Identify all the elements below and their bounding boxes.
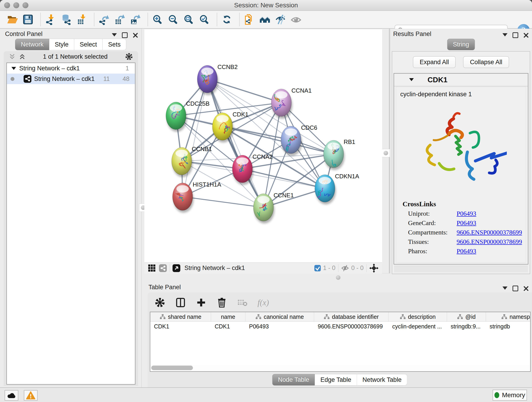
open-session-button[interactable] [6,12,19,27]
detach-view-icon[interactable] [172,264,180,272]
table-settings-button[interactable] [153,295,166,310]
panel-close-icon[interactable] [523,32,529,38]
first-neighbors-button[interactable] [259,12,271,27]
import-network-database-button[interactable] [60,12,72,27]
gene-section-header[interactable]: CDK1 [394,74,528,86]
tab-edge-table[interactable]: Edge Table [315,374,357,385]
results-scrollbar-track[interactable] [394,266,528,272]
table-cell[interactable]: P06493 [245,322,314,331]
splitter-handle[interactable] [334,274,342,281]
network-node-CCNA1[interactable]: CCNA1 [271,87,312,119]
tab-select[interactable]: Select [74,39,103,50]
tab-node-table[interactable]: Node Table [272,374,315,385]
table-cell[interactable]: stringdb [486,322,531,331]
zoom-in-button[interactable] [151,12,164,27]
crosslink-link[interactable]: 9606.ENSP00000378699 [457,229,522,236]
tab-network[interactable]: Network [15,39,49,50]
column-header-canonical-name[interactable]: canonical name [245,312,314,321]
birds-eye-view-button[interactable] [290,12,302,27]
add-column-button[interactable] [195,295,208,310]
table-cell[interactable]: 9606.ENSP00000378699 [314,322,389,331]
network-node-CCNA2[interactable]: CCNA2 [232,153,273,185]
tab-style[interactable]: Style [49,39,74,50]
panel-float-icon[interactable] [513,32,518,38]
delete-table-button[interactable] [236,295,249,310]
gear-icon[interactable] [125,52,133,61]
show-columns-button[interactable] [174,295,187,310]
results-scroll-area[interactable]: CDK1 cyclin-dependent kinase 1 [394,73,528,264]
export-network-button[interactable] [98,12,110,27]
panel-float-icon[interactable] [513,286,518,291]
zoom-out-button[interactable] [167,12,180,27]
table-cell[interactable]: cyclin-dependent ... [389,322,447,331]
navigator-crosshair-icon[interactable] [369,264,379,273]
network-node-CCNB2[interactable]: CCNB2 [197,64,238,95]
network-node-HIST1H1A[interactable]: HIST1H1A [172,181,221,213]
network-from-document-button[interactable] [243,12,256,27]
network-edge[interactable] [207,79,281,103]
network-node-CCNB1[interactable]: CCNB1 [172,146,212,177]
export-table-button[interactable] [113,12,126,27]
table-cell[interactable]: stringdb:9... [447,322,486,331]
network-node-CDK1[interactable]: CDK1 [212,111,248,143]
crosslink-link[interactable]: P06493 [457,248,476,255]
column-header-namespace[interactable]: namespace [486,312,531,321]
selected-checkbox-icon[interactable] [314,265,321,271]
column-header-description[interactable]: description [389,312,447,321]
network-node-RB1[interactable]: RB1 [323,138,355,170]
memory-button[interactable]: Memory [493,390,527,401]
show-hide-graphics-details-button[interactable] [274,12,287,27]
panel-collapse-icon[interactable] [112,33,117,39]
tab-sets[interactable]: Sets [103,39,126,50]
export-image-button[interactable] [129,12,142,27]
network-row-selected[interactable]: String Network – cdk1 11 48 [7,74,135,84]
panel-collapse-icon[interactable] [502,287,507,292]
network-edge[interactable] [242,169,325,188]
collapse-all-chevrons-icon[interactable] [19,53,26,60]
column-header-database-identifier[interactable]: database identifier [314,312,389,321]
table-cell[interactable]: CDK1 [150,322,211,331]
hidden-eye-slash-icon[interactable] [341,265,349,272]
warning-status-button[interactable] [24,390,38,401]
section-collapse-icon[interactable] [409,78,414,83]
panel-float-icon[interactable] [122,32,128,38]
node-table[interactable]: shared namenamecanonical namedatabase id… [150,312,531,372]
expand-all-chevrons-icon[interactable] [9,53,16,60]
import-network-file-button[interactable] [44,12,57,27]
splitter-handle[interactable] [382,149,390,157]
column-header-name[interactable]: name [211,312,245,321]
delete-column-button[interactable] [215,295,228,310]
table-hscrollbar-track[interactable] [151,365,530,371]
network-edge[interactable] [207,79,264,207]
network-node-CCNE1[interactable]: CCNE1 [253,192,294,223]
panel-close-icon[interactable] [523,286,529,291]
network-collection-row[interactable]: String Network – cdk1 1 [7,63,135,74]
column-header--id[interactable]: @id [447,312,486,321]
zoom-selected-button[interactable] [198,12,211,27]
cloud-status-button[interactable] [5,390,18,401]
tab-network-table[interactable]: Network Table [357,374,407,385]
expand-all-button[interactable]: Expand All [413,56,456,68]
table-hscrollbar-thumb[interactable] [151,366,193,370]
network-view-share-icon[interactable] [159,264,167,272]
network-node-CDC6[interactable]: CDC6 [281,124,317,156]
collapse-all-button[interactable]: Collapse All [463,56,509,68]
table-cell[interactable]: CDK1 [211,322,245,331]
crosslink-link[interactable]: P06493 [457,210,476,217]
network-edge[interactable] [176,116,291,140]
network-node-CDC25B[interactable]: CDC25B [166,100,210,132]
grid-view-icon[interactable] [148,264,156,272]
zoom-fit-button[interactable] [182,12,195,27]
panel-collapse-icon[interactable] [502,33,507,39]
crosslink-link[interactable]: 9606.ENSP00000378699 [457,238,522,245]
network-edge[interactable] [183,197,264,207]
network-graph[interactable]: CCNB2CCNA1CDC25BCDK1CDC6RB1CCNB1CCNA2CDK… [144,29,382,262]
import-table-button[interactable] [75,12,88,27]
tab-string[interactable]: String [447,39,475,50]
function-builder-button[interactable]: f(x) [257,295,270,310]
crosslink-link[interactable]: P06493 [457,219,476,227]
panel-close-icon[interactable] [133,32,138,38]
network-canvas[interactable]: CCNB2CCNA1CDC25BCDK1CDC6RB1CCNB1CCNA2CDK… [144,29,382,262]
column-header-shared-name[interactable]: shared name [150,312,211,321]
network-node-CDKN1A[interactable]: CDKN1A [315,173,359,204]
